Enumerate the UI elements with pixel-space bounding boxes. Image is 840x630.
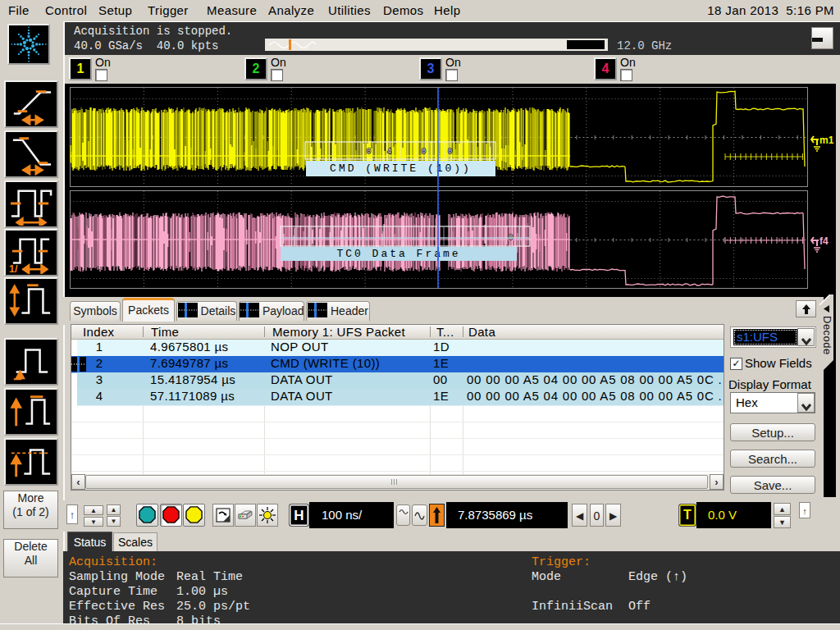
svg-text:m1: m1 bbox=[819, 135, 834, 146]
svg-text:0: 0 bbox=[422, 148, 426, 156]
svg-text:4: 4 bbox=[387, 148, 391, 156]
svg-text:0: 0 bbox=[448, 148, 452, 156]
svg-text:1/: 1/ bbox=[9, 263, 18, 274]
svg-text:f4: f4 bbox=[819, 235, 829, 247]
svg-text:0: 0 bbox=[367, 148, 371, 156]
